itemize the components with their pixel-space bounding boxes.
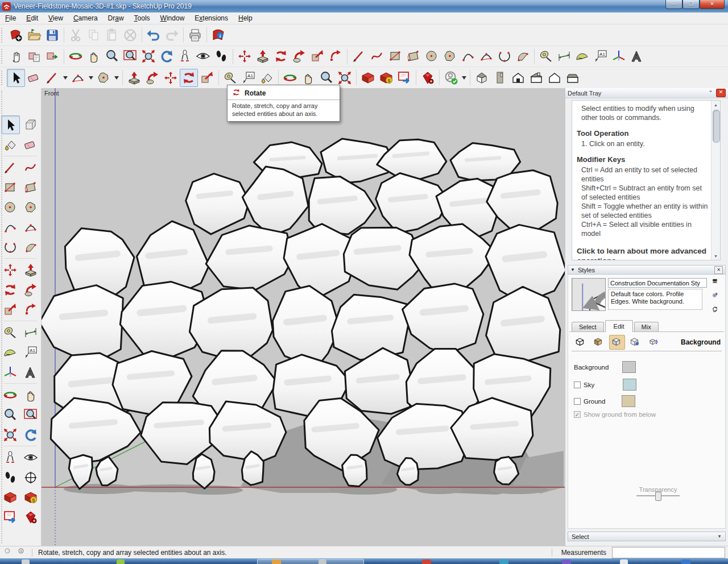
pie-button[interactable] [22,238,40,256]
maximize-button[interactable]: ❐ [682,0,700,9]
share-model-button[interactable]: $ [22,488,40,507]
3d-warehouse-button[interactable] [359,69,377,87]
tray-close-icon[interactable]: ✕ [716,89,726,97]
sky-checkbox[interactable] [574,381,581,388]
info-icon[interactable]: i [18,548,27,557]
hand-select-button[interactable] [7,47,25,65]
redo-button[interactable] [163,26,181,44]
taskbar-app-2[interactable] [117,559,125,564]
send-to-layout-button[interactable] [1,508,20,526]
paint-button[interactable] [1,135,20,154]
undo-button[interactable] [144,26,163,44]
zoom-button[interactable] [103,47,121,65]
eraser-button[interactable] [25,69,43,87]
pushpull-button[interactable] [254,47,272,65]
view-iso-button[interactable] [473,69,491,87]
scroll-down-icon[interactable]: ▼ [712,252,720,260]
polygon-button[interactable] [441,47,459,65]
pan-button[interactable] [299,69,317,87]
zoom-window-button[interactable] [22,405,40,424]
rectangle-button[interactable] [386,47,404,65]
zoom-extents-button[interactable] [139,47,158,65]
line-button[interactable] [43,69,61,87]
styles-panel-header[interactable]: ▼ Styles ✕ [568,265,726,275]
styles-close-icon[interactable]: ✕ [714,266,723,274]
orbit-button[interactable] [281,69,299,87]
rotate-button[interactable] [272,47,290,65]
taskbar-app-6[interactable] [499,559,508,564]
tape-measure-button[interactable] [537,47,555,65]
style-thumbnail[interactable] [572,278,606,311]
previous-button[interactable] [22,425,40,444]
slider-thumb[interactable] [655,492,661,501]
scale-button[interactable] [1,300,20,319]
advanced-operations-link[interactable]: Click to learn about more advanced opera… [577,246,709,260]
orbit-button[interactable] [1,385,20,404]
scrollbar-thumb[interactable] [713,110,720,143]
rotated-rectangle-button[interactable] [22,178,40,197]
taskbar-app-4[interactable] [318,559,326,564]
dropdown-arrow-icon[interactable] [113,69,120,86]
open-button[interactable] [25,26,43,44]
orbit-button[interactable] [67,47,85,65]
tape-measure-button[interactable] [221,69,239,87]
background-swatch[interactable] [622,361,636,373]
style-description[interactable]: Default face colors. Profile Edges. Whit… [608,289,702,310]
avatar-button[interactable] [442,69,460,87]
select-button[interactable] [7,69,25,87]
three-point-arc-button[interactable] [1,238,20,256]
view-left-button[interactable] [564,69,582,87]
previous-button[interactable] [158,47,176,65]
zoom-extents-button[interactable] [1,425,20,444]
arc-button[interactable] [1,218,20,237]
ground-checkbox[interactable] [574,398,581,405]
move-button[interactable] [162,69,180,87]
3d-text-button[interactable] [22,363,40,381]
tab-mix[interactable]: Mix [634,322,659,331]
dimension-button[interactable] [555,47,573,65]
move-button[interactable] [235,47,254,65]
taskbar-app-3[interactable] [272,559,281,564]
tab-edit[interactable]: Edit [605,320,633,332]
select-button[interactable] [1,115,20,134]
two-point-arc-button[interactable] [69,69,87,87]
walk-button[interactable] [212,47,230,65]
transparency-slider[interactable]: Transparency [636,486,680,496]
menu-item-draw[interactable]: Draw [103,13,129,23]
text-button[interactable]: A1 [22,343,40,362]
followme-button[interactable] [143,69,162,87]
component-extract-button[interactable] [43,47,61,65]
sky-swatch[interactable] [623,379,636,391]
menu-item-camera[interactable]: Camera [68,13,103,23]
print-button[interactable] [186,26,204,44]
menu-item-file[interactable]: File [0,13,21,23]
view-front-button[interactable] [509,69,527,87]
display-secondary-pane-icon[interactable] [712,278,721,289]
move-button[interactable] [1,260,20,279]
freehand-button[interactable] [22,158,40,177]
extension-warehouse-button[interactable] [419,69,437,87]
view-back-button[interactable] [545,69,564,87]
dropdown-arrow-icon[interactable] [460,69,468,86]
taskbar-app-9[interactable] [681,559,690,564]
copy-button[interactable] [85,26,103,44]
taskbar-app-1[interactable] [22,559,30,564]
eraser-button[interactable] [22,135,40,154]
ground-swatch[interactable] [622,395,635,407]
extension-warehouse-button[interactable] [22,508,40,526]
tape-measure-button[interactable] [1,323,20,342]
axes-button[interactable] [610,47,628,65]
text-button[interactable]: A1 [592,47,610,65]
menu-item-view[interactable]: View [43,13,68,23]
view-top-button[interactable] [491,69,509,87]
style-name-input[interactable] [608,278,707,288]
pushpull-button[interactable] [22,260,40,279]
three-point-arc-button[interactable] [495,47,514,65]
pan-button[interactable] [85,47,103,65]
face-settings-icon[interactable] [591,335,607,350]
view-right-button[interactable] [527,69,545,87]
update-style-icon[interactable] [712,306,721,317]
text-button[interactable]: A1 [239,69,258,87]
3d-text-button[interactable] [628,47,646,65]
polygon-button[interactable] [94,69,113,87]
